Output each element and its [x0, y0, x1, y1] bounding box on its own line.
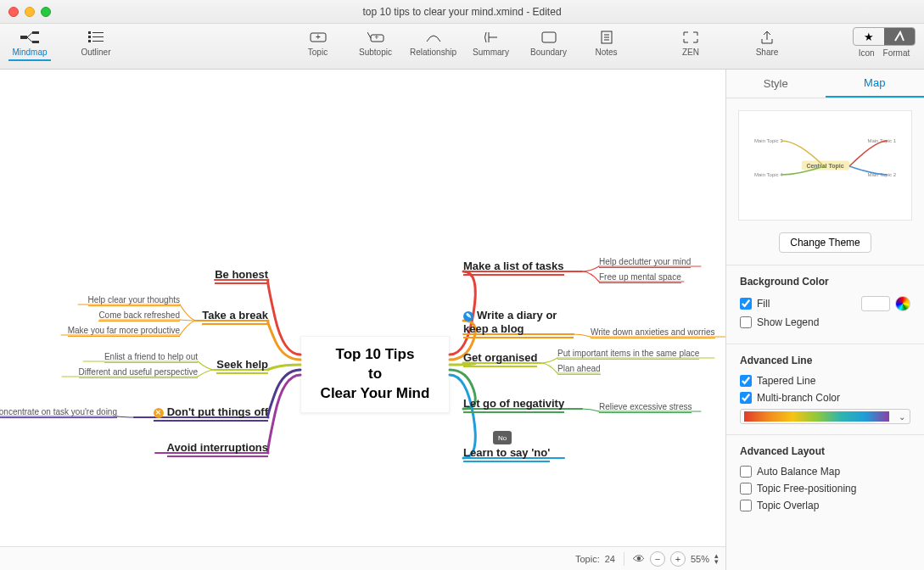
icon-segment-label: Icon	[859, 48, 875, 58]
topic-node[interactable]: Avoid interruptions	[167, 441, 268, 454]
advanced-layout-title: Advanced Layout	[740, 445, 910, 457]
boundary-label: Boundary	[530, 48, 567, 57]
branch-color-spectrum[interactable]: ⌄	[740, 409, 910, 424]
sidebar: Style Map Central Topic Main Topic 3 Mai…	[725, 70, 924, 570]
show-legend-label: Show Legend	[757, 316, 819, 328]
fill-label: Fill	[757, 298, 770, 310]
svg-rect-2	[32, 41, 39, 43]
topic-node[interactable]: Learn to say 'no'	[463, 446, 550, 459]
topic-node[interactable]: ✎Write a diary or keep a blog	[463, 309, 574, 335]
topic-count-value: 24	[605, 554, 615, 564]
advanced-line-panel: Advanced Line Tapered Line Multi-branch …	[726, 344, 924, 434]
svg-rect-1	[32, 31, 39, 34]
format-segment-button[interactable]	[884, 28, 915, 45]
topic-button[interactable]: +Topic	[297, 27, 339, 57]
canvas[interactable]: Top 10 TipstoClear Your MindBe honestTak…	[0, 70, 725, 570]
relationship-button[interactable]: Relationship	[412, 27, 455, 57]
fill-swatch[interactable]	[861, 296, 890, 311]
mindmap-view-label: Mindmap	[12, 48, 47, 57]
sub-topic[interactable]: Enlist a friend to help out	[104, 352, 198, 361]
topic-node[interactable]: ✕Don't put things off	[154, 405, 268, 418]
svg-text:+: +	[374, 33, 378, 42]
svg-rect-3	[88, 31, 91, 34]
zen-button[interactable]: ZEN	[669, 27, 712, 57]
main: Top 10 TipstoClear Your MindBe honestTak…	[0, 70, 924, 570]
color-picker-icon[interactable]	[895, 296, 910, 311]
sub-topic[interactable]: Help declutter your mind	[599, 257, 691, 266]
tab-map[interactable]: Map	[826, 70, 925, 98]
svg-rect-13	[542, 32, 556, 42]
topic-count-label: Topic:	[575, 554, 600, 564]
subtopic-button[interactable]: +Subtopic	[355, 27, 397, 57]
topic-node[interactable]: Get organised	[463, 351, 537, 364]
chevron-down-icon[interactable]: ⌄	[894, 412, 910, 422]
topic-node[interactable]: Take a break	[202, 309, 268, 321]
share-button[interactable]: Share	[746, 27, 788, 57]
show-legend-checkbox[interactable]	[740, 316, 752, 328]
svg-text:+: +	[316, 32, 321, 42]
topic-overlap-checkbox[interactable]	[740, 500, 752, 511]
sub-topic[interactable]: Different and useful perspective	[79, 367, 198, 377]
theme-preview[interactable]: Central Topic Main Topic 3 Main Topic 4 …	[738, 110, 912, 221]
notes-label: Notes	[595, 48, 617, 57]
multibranch-color-checkbox[interactable]	[740, 392, 752, 404]
zen-label: ZEN	[682, 48, 699, 57]
sub-topic[interactable]: Plan ahead	[557, 364, 601, 373]
sub-topic[interactable]: Free up mental space	[599, 272, 681, 282]
sub-topic[interactable]: Help clear your thoughts	[88, 295, 180, 305]
visibility-icon[interactable]: 👁	[633, 552, 645, 566]
topic-overlap-label: Topic Overlap	[757, 500, 819, 511]
outliner-view-label: Outliner	[81, 48, 110, 57]
preview-lines-icon	[739, 111, 911, 220]
branch-lines	[0, 70, 725, 570]
zoom-out-button[interactable]: −	[650, 551, 665, 567]
topic-node[interactable]: Let go of negativity	[463, 397, 564, 410]
topic-icon: +	[310, 27, 327, 48]
auto-balance-checkbox[interactable]	[740, 466, 752, 478]
toolbar-left: Mindmap Outliner	[8, 27, 117, 61]
topic-node[interactable]: Be honest	[215, 268, 268, 281]
mindmap-view-button[interactable]: Mindmap	[8, 27, 51, 61]
summary-icon	[484, 27, 499, 48]
zoom-stepper-icon[interactable]: ▴▾	[714, 553, 719, 565]
outliner-view-button[interactable]: Outliner	[75, 27, 117, 61]
icon-format-segment[interactable]: ★	[853, 27, 916, 46]
svg-rect-7	[88, 40, 91, 42]
icon-segment-button[interactable]: ★	[854, 28, 884, 45]
sub-topic[interactable]: Come back refreshed	[98, 310, 180, 320]
sidebar-tabs: Style Map	[726, 70, 924, 98]
topic-node[interactable]: Make a list of tasks	[463, 260, 564, 272]
sub-topic[interactable]: Relieve excessive stress	[599, 402, 692, 411]
boundary-button[interactable]: Boundary	[528, 27, 570, 57]
statusbar: Topic: 24 👁 − + 55% ▴▾	[0, 546, 725, 570]
relationship-label: Relationship	[410, 48, 456, 57]
zoom-value: 55%	[691, 554, 709, 564]
change-theme-button[interactable]: Change Theme	[779, 232, 871, 253]
svg-rect-0	[20, 36, 27, 39]
sub-topic[interactable]: Make you far more productive	[68, 326, 180, 335]
zen-icon	[683, 27, 698, 48]
sub-topic[interactable]: Write down anxieties and worries	[591, 327, 715, 337]
svg-rect-5	[88, 36, 91, 38]
auto-balance-label: Auto Balance Map	[757, 466, 840, 478]
sub-topic[interactable]: Concentrate on task you're doing	[0, 407, 117, 416]
central-topic[interactable]: Top 10 TipstoClear Your Mind	[300, 336, 450, 413]
zoom-in-button[interactable]: +	[670, 551, 686, 567]
subtopic-label: Subtopic	[359, 48, 392, 57]
notes-button[interactable]: Notes	[585, 27, 628, 57]
toolbar-center: +Topic +Subtopic Relationship Summary Bo…	[297, 27, 628, 57]
tab-style[interactable]: Style	[726, 70, 826, 98]
topic-node[interactable]: Seek help	[216, 358, 268, 371]
tapered-line-label: Tapered Line	[757, 375, 815, 387]
sub-topic[interactable]: Put important items in the same place	[557, 349, 699, 358]
tapered-line-checkbox[interactable]	[740, 375, 752, 387]
fill-checkbox[interactable]	[740, 298, 752, 310]
summary-button[interactable]: Summary	[470, 27, 512, 57]
relationship-icon	[425, 27, 442, 48]
mindmap-area[interactable]: Top 10 TipstoClear Your MindBe honestTak…	[0, 70, 725, 570]
free-positioning-checkbox[interactable]	[740, 483, 752, 495]
subtopic-icon: +	[367, 27, 384, 48]
toolbar-right: ZEN Share	[669, 27, 788, 57]
svg-rect-4	[92, 32, 104, 33]
boundary-icon	[541, 27, 557, 48]
